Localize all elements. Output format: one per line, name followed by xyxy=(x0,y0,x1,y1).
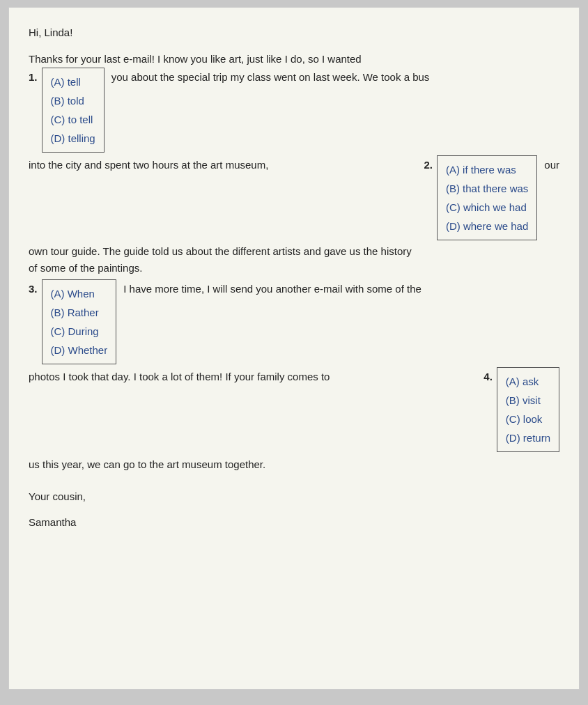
q2-choice-c: (C) which we had xyxy=(446,198,528,217)
q2-number: 2. xyxy=(424,155,433,173)
q4-choice-box: (A) ask (B) visit (C) look (D) return xyxy=(497,367,559,452)
q3-choice-b: (B) Rather xyxy=(51,303,108,322)
own-tour-line: own tour guide. The guide told us about … xyxy=(29,243,559,260)
q1-choice-b: (B) told xyxy=(51,91,95,110)
q4-right: 4. (A) ask (B) visit (C) look (D) return xyxy=(483,367,559,452)
continuation-line: us this year, we can go to the art museu… xyxy=(29,456,559,473)
question-1-block: 1. (A) tell (B) told (C) to tell (D) tel… xyxy=(29,68,559,153)
q3-choice-d: (D) Whether xyxy=(51,341,108,359)
q3-choice-c: (C) During xyxy=(51,322,108,341)
q4-left-text: photos I took that day. I took a lot of … xyxy=(29,367,483,385)
q1-inline-text: you about the special trip my class went… xyxy=(111,68,430,86)
q1-number: 1. xyxy=(29,68,38,86)
paintings-line: of some of the paintings. xyxy=(29,260,559,277)
q4-choice-a: (A) ask xyxy=(506,372,550,391)
page: Hi, Linda! Thanks for your last e-mail! … xyxy=(8,7,580,690)
signoff-1: Your cousin, xyxy=(29,487,559,506)
q3-number: 3. xyxy=(29,279,38,297)
q4-choice-b: (B) visit xyxy=(506,391,550,410)
q2-right: 2. (A) if there was (B) that there was (… xyxy=(424,155,559,240)
q4-number: 4. xyxy=(483,367,493,385)
question-4-block: photos I took that day. I took a lot of … xyxy=(29,367,559,452)
q1-choice-a: (A) tell xyxy=(51,72,95,91)
sign-off: Your cousin, Samantha xyxy=(29,487,559,532)
q2-choice-d: (D) where we had xyxy=(446,217,528,235)
q3-inline-text: I have more time, I will send you anothe… xyxy=(123,279,421,297)
greeting: Hi, Linda! xyxy=(29,24,559,41)
q4-choice-c: (C) look xyxy=(506,410,550,428)
q4-row: photos I took that day. I took a lot of … xyxy=(29,367,559,452)
q1-choice-c: (C) to tell xyxy=(51,110,95,129)
q1-choice-d: (D) telling xyxy=(51,129,95,148)
q2-choice-a: (A) if there was xyxy=(446,160,528,179)
signoff-2: Samantha xyxy=(29,513,559,532)
q4-choice-d: (D) return xyxy=(506,428,550,447)
q2-row: into the city and spent two hours at the… xyxy=(29,155,559,240)
q2-left-text: into the city and spent two hours at the… xyxy=(29,155,424,173)
q2-after-text: our xyxy=(544,155,559,173)
q3-choice-box: (A) When (B) Rather (C) During (D) Wheth… xyxy=(42,279,117,364)
q2-choice-box: (A) if there was (B) that there was (C) … xyxy=(437,155,537,240)
intro-line: Thanks for your last e-mail! I know you … xyxy=(29,51,559,68)
q3-choice-a: (A) When xyxy=(51,284,108,303)
q1-choice-box: (A) tell (B) told (C) to tell (D) tellin… xyxy=(42,68,105,153)
question-3-block: 3. (A) When (B) Rather (C) During (D) Wh… xyxy=(29,279,559,364)
q2-choice-b: (B) that there was xyxy=(446,179,528,198)
question-2-block: into the city and spent two hours at the… xyxy=(29,155,559,240)
